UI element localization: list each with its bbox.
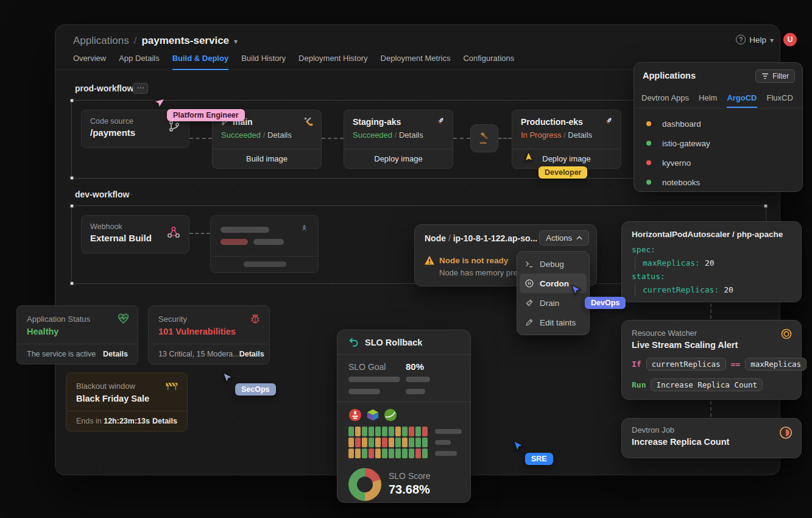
node-warning-title: Node is not ready — [439, 256, 508, 265]
app-list-item[interactable]: dashboard — [634, 114, 802, 133]
rocket-icon — [299, 224, 309, 235]
heatmap-cell — [362, 427, 367, 436]
staging-deploy-action[interactable]: Deploy image — [344, 149, 453, 168]
heatmap-cell — [422, 449, 428, 458]
dev-workflow-menu-button[interactable]: ⋯ — [125, 190, 133, 199]
tab-deployment-metrics[interactable]: Deployment Metrics — [381, 54, 451, 69]
tab-deployment-history[interactable]: Deployment History — [298, 54, 367, 69]
blackout-window-card[interactable]: Blackout window Black Friday Sale Ends i… — [66, 372, 188, 431]
skeleton-bar — [435, 440, 451, 445]
tab-helm[interactable]: Helm — [699, 93, 717, 108]
resize-handle[interactable] — [70, 176, 74, 180]
condition-right-chip[interactable]: maxReplicas — [745, 358, 807, 371]
warning-icon — [424, 255, 435, 265]
application-status-card[interactable]: Application Status Healthy The service i… — [16, 305, 138, 364]
pending-pipeline-card[interactable] — [210, 215, 319, 273]
run-target-chip[interactable]: Increase Replica Count — [651, 378, 763, 391]
node-actions-button[interactable]: Actions — [539, 230, 589, 246]
avatar[interactable]: U — [783, 33, 797, 46]
node-panel-title: Node / ip-10-8-1-122.ap-so... — [425, 233, 537, 243]
app-list-item[interactable]: istio-gateway — [634, 133, 802, 153]
tab-argocd[interactable]: ArgoCD — [727, 93, 757, 108]
hpa-panel-title: HorizontalPodAutoscaler / php-apache — [632, 230, 791, 239]
help-label: Help — [749, 35, 766, 44]
pipeline-connector — [498, 138, 512, 139]
heatmap-cell — [369, 449, 374, 458]
bug-icon — [250, 313, 261, 324]
skeleton-bar — [348, 389, 380, 394]
tab-devtron-apps[interactable]: Devtron Apps — [641, 93, 689, 108]
slo-score-value: 73.68% — [389, 483, 430, 497]
heatmap-cell — [382, 449, 387, 458]
slo-score-label: SLO Score — [389, 471, 430, 481]
pipeline-connector — [189, 138, 212, 139]
watcher-title: Live Stream Scaling Alert — [632, 340, 791, 350]
health-status: Healthy — [27, 327, 58, 336]
help-menu[interactable]: ? Help ▾ — [736, 35, 774, 44]
resize-handle[interactable] — [70, 99, 74, 102]
skeleton-bar — [221, 227, 269, 233]
slo-panel-title: SLO Rollback — [365, 338, 422, 347]
breadcrumb-root[interactable]: Applications — [73, 35, 129, 47]
blackout-event-name: Black Friday Sale — [76, 394, 149, 403]
menu-item-edit-taints[interactable]: Edit taints — [520, 313, 587, 332]
slo-heatmap — [348, 427, 428, 458]
heatmap-cell — [389, 449, 394, 458]
tab-app-details[interactable]: App Details — [119, 54, 159, 69]
approval-gate[interactable] — [470, 124, 498, 152]
tab-fluxcd[interactable]: FluxCD — [767, 93, 793, 108]
webhook-card[interactable]: Webhook External Build — [81, 215, 189, 254]
skeleton-bar — [348, 377, 400, 382]
details-link[interactable]: Details — [239, 350, 264, 358]
monitoring-tool-icons — [348, 408, 397, 422]
chevron-down-icon: ▾ — [770, 36, 774, 44]
filter-button[interactable]: Filter — [755, 69, 795, 83]
resize-handle[interactable] — [764, 204, 768, 208]
status-footer-text: The service is active — [27, 350, 96, 358]
vulnerabilities-count: 101 Vulnerabilities — [158, 327, 236, 336]
tab-overview[interactable]: Overview — [73, 54, 106, 69]
hpa-resource-panel: HorizontalPodAutoscaler / php-apache spe… — [621, 221, 802, 302]
details-link[interactable]: Details — [103, 350, 128, 358]
condition-left-chip[interactable]: currentReplicas — [646, 358, 726, 371]
heatmap-cell — [402, 438, 408, 447]
staging-pipeline-card[interactable]: Staging-aks Succeeded / Details Deploy i… — [344, 110, 453, 169]
heatmap-cell — [395, 438, 401, 447]
skeleton-bar — [406, 377, 430, 382]
rollback-icon — [348, 337, 359, 347]
heatmap-cell — [355, 427, 361, 436]
pipeline-connector — [453, 138, 470, 139]
resize-handle[interactable] — [70, 282, 74, 285]
skeleton-bar — [253, 239, 284, 245]
node-warning-subtext: Node has memory pre... — [439, 268, 524, 277]
tab-build-deploy[interactable]: Build & Deploy — [172, 54, 228, 70]
app-list-item[interactable]: kyverno — [634, 153, 802, 172]
menu-item-debug[interactable]: Debug — [520, 254, 587, 274]
security-card[interactable]: Security 101 Vulnerabilities 13 Critical… — [148, 305, 270, 364]
security-footer-text: 13 Critical, 15 Modera... — [158, 350, 239, 358]
chevron-down-icon[interactable]: ▾ — [234, 37, 238, 46]
slo-goal-label: SLO Goal — [348, 362, 386, 372]
pause-circle-icon — [525, 279, 534, 288]
details-link[interactable]: Details — [152, 417, 177, 425]
tab-configurations[interactable]: Configurations — [463, 54, 514, 69]
production-details-link[interactable]: Details — [568, 130, 592, 140]
staging-details-link[interactable]: Details — [399, 130, 423, 140]
watcher-condition-row: If currentReplicas == maxReplicas — [632, 358, 791, 371]
devtron-job-panel[interactable]: Devtron Job Increase Replica Count — [621, 418, 802, 458]
panel-connector — [710, 401, 711, 417]
cursor-label-sre: SRE — [525, 453, 553, 465]
resize-handle[interactable] — [70, 204, 74, 208]
help-icon: ? — [736, 35, 746, 44]
node-name: ip-10-8-1-122.ap-so... — [453, 233, 538, 243]
yaml-line: maxReplicas:20 — [635, 257, 791, 270]
skeleton-bar — [221, 239, 248, 245]
prod-workflow-menu-button[interactable]: ⋯ — [133, 83, 148, 94]
skeleton-bar — [244, 261, 286, 267]
app-list-item[interactable]: notebooks — [634, 172, 802, 192]
build-details-link[interactable]: Details — [267, 130, 292, 140]
tab-build-history[interactable]: Build History — [241, 54, 286, 69]
panel-connector — [710, 303, 711, 319]
divider — [634, 108, 802, 108]
build-image-action[interactable]: Build image — [213, 149, 321, 168]
